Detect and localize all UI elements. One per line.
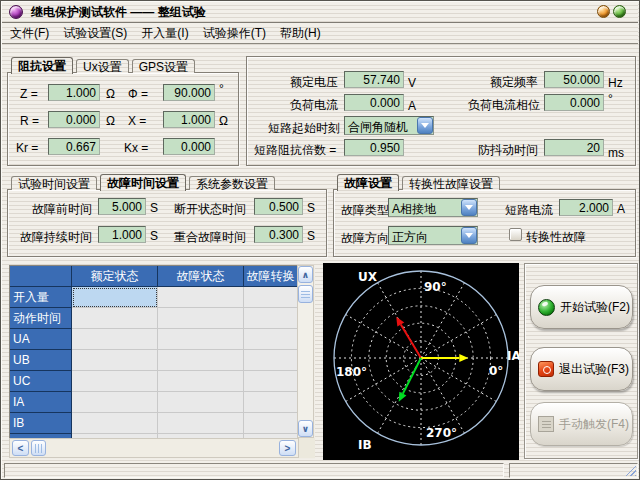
impedance-multiple-label: 短路阻抗倍数 =: [254, 142, 336, 159]
table-cell[interactable]: [72, 350, 158, 371]
vertical-scroll-thumb[interactable]: [298, 285, 313, 303]
load-current-field[interactable]: 0.000: [344, 94, 404, 111]
rated-freq-field[interactable]: 50.000: [544, 71, 604, 88]
kr-field[interactable]: 0.667: [48, 138, 100, 155]
tab-impedance-settings[interactable]: 阻抗设置: [11, 57, 73, 74]
debounce-label: 防抖动时间: [478, 142, 538, 159]
prefault-field[interactable]: 5.000: [98, 198, 146, 215]
row-header[interactable]: IA: [10, 392, 72, 413]
short-start-select[interactable]: 合闸角随机: [344, 116, 434, 135]
chevron-down-icon[interactable]: [417, 117, 433, 134]
tab-system-params[interactable]: 系统参数设置: [189, 176, 275, 190]
x-field[interactable]: 1.000: [163, 111, 215, 128]
convert-fault-checkbox[interactable]: [509, 228, 522, 241]
table-cell[interactable]: [72, 413, 158, 434]
menu-test-operation[interactable]: 试验操作(T): [203, 25, 266, 42]
app-window: 继电保护测试软件 —— 整组试验 文件(F) 试验设置(S) 开入量(I) 试验…: [0, 0, 640, 480]
chevron-down-icon[interactable]: [461, 227, 477, 244]
tab-ux-settings[interactable]: Ux设置: [76, 59, 129, 73]
menu-file[interactable]: 文件(F): [10, 25, 49, 42]
z-field[interactable]: 1.000: [48, 84, 100, 101]
open-state-label: 断开状态时间: [174, 201, 246, 218]
thumb-grip-icon: [35, 444, 42, 453]
column-header-state[interactable]: 额定状态: [72, 266, 158, 287]
rated-voltage-field[interactable]: 57.740: [344, 71, 404, 88]
fault-direction-label: 故障方向: [341, 230, 389, 247]
row-header[interactable]: UA: [10, 329, 72, 350]
tab-fault-settings[interactable]: 故障设置: [337, 174, 399, 191]
fault-duration-field[interactable]: 1.000: [98, 226, 146, 243]
label-0-deg: 0°: [489, 364, 503, 378]
chevron-down-icon[interactable]: [461, 199, 477, 216]
x-label: X =: [128, 114, 146, 128]
open-state-field[interactable]: 0.500: [254, 198, 303, 215]
fault-direction-select[interactable]: 正方向: [388, 226, 478, 245]
manual-trigger-button: 手动触发(F4): [530, 402, 633, 446]
table-cell[interactable]: [158, 413, 244, 434]
start-test-button[interactable]: 开始试验(F2): [530, 285, 633, 329]
column-header-fault[interactable]: 故障状态: [158, 266, 244, 287]
close-button[interactable]: [613, 5, 626, 18]
reclose-field[interactable]: 0.300: [254, 226, 303, 243]
scroll-right-button[interactable]: >: [279, 440, 296, 456]
table-cell[interactable]: [72, 392, 158, 413]
rating-panel: 额定电压 57.740 V 额定频率 50.000 Hz 负荷电流 0.000 …: [246, 56, 636, 166]
table-cell[interactable]: [244, 329, 297, 350]
vertical-scrollbar[interactable]: ∧ ∨: [297, 265, 314, 438]
table-cell[interactable]: [158, 308, 244, 329]
manual-trigger-label: 手动触发(F4): [559, 416, 629, 433]
exit-test-button[interactable]: 退出试验(F3): [530, 347, 633, 391]
table-cell[interactable]: [244, 413, 297, 434]
horizontal-scroll-thumb[interactable]: [31, 440, 46, 456]
impedance-multiple-field[interactable]: 0.950: [344, 139, 404, 156]
tab-gps-settings[interactable]: GPS设置: [132, 59, 195, 73]
phi-field[interactable]: 90.000: [163, 84, 215, 101]
title-bar[interactable]: 继电保护测试软件 —— 整组试验: [2, 2, 638, 23]
tab-fault-time[interactable]: 故障时间设置: [100, 174, 186, 191]
row-header[interactable]: UB: [10, 350, 72, 371]
row-header[interactable]: 动作时间: [10, 308, 72, 329]
table-cell[interactable]: [158, 392, 244, 413]
table-cell[interactable]: [72, 329, 158, 350]
table-cell[interactable]: [72, 308, 158, 329]
fault-type-select[interactable]: A相接地: [388, 198, 478, 217]
table-cell-selected[interactable]: [72, 287, 158, 308]
table-cell[interactable]: [158, 350, 244, 371]
horizontal-scrollbar[interactable]: < >: [9, 438, 299, 458]
fault-settings-panel: 故障设置 转换性故障设置 故障类型 A相接地 短路电流 2.000 A 故障方向…: [333, 173, 636, 257]
scroll-left-button[interactable]: <: [12, 440, 29, 456]
vector-diagram: UX 90° 180° 0° 270° IA IB: [323, 263, 519, 460]
impedance-tabstrip: 阻抗设置 Ux设置 GPS设置: [11, 56, 195, 73]
row-header[interactable]: UC: [10, 371, 72, 392]
resize-grip-icon[interactable]: [623, 463, 636, 476]
table-cell[interactable]: [244, 350, 297, 371]
menu-input-quantity[interactable]: 开入量(I): [141, 25, 188, 42]
row-header[interactable]: 开入量: [10, 287, 72, 308]
table-cell[interactable]: [244, 308, 297, 329]
scroll-down-button[interactable]: ∨: [298, 420, 313, 437]
prefault-label: 故障前时间: [32, 201, 92, 218]
label-ia: IA: [507, 349, 519, 363]
fault-duration-label: 故障持续时间: [20, 229, 92, 246]
kx-field[interactable]: 0.000: [163, 138, 215, 155]
debounce-field[interactable]: 20: [544, 139, 604, 156]
column-header-convert[interactable]: 故障转换: [244, 266, 297, 287]
load-phase-field[interactable]: 0.000: [544, 94, 604, 111]
table-row: UA: [10, 329, 297, 350]
menu-help[interactable]: 帮助(H): [280, 25, 321, 42]
minimize-button[interactable]: [597, 5, 610, 18]
table-cell[interactable]: [244, 392, 297, 413]
table-cell[interactable]: [158, 329, 244, 350]
tab-test-time[interactable]: 试验时间设置: [11, 176, 97, 190]
table-cell[interactable]: [244, 287, 297, 308]
r-field[interactable]: 0.000: [48, 111, 100, 128]
scroll-up-button[interactable]: ∧: [298, 266, 313, 283]
menu-test-settings[interactable]: 试验设置(S): [63, 25, 127, 42]
table-cell[interactable]: [158, 287, 244, 308]
tab-convert-fault-settings[interactable]: 转换性故障设置: [402, 176, 500, 190]
table-cell[interactable]: [244, 371, 297, 392]
table-cell[interactable]: [72, 371, 158, 392]
table-cell[interactable]: [158, 371, 244, 392]
row-header[interactable]: IB: [10, 413, 72, 434]
short-current-field[interactable]: 2.000: [559, 199, 613, 216]
